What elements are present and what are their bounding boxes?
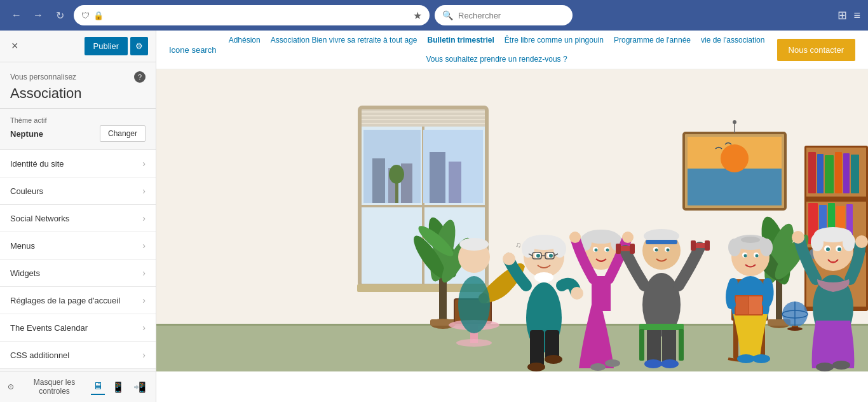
- svg-rect-24: [361, 120, 485, 123]
- desktop-view-button[interactable]: 🖥: [91, 378, 105, 395]
- back-button[interactable]: ←: [8, 6, 25, 24]
- svg-point-37: [389, 165, 404, 184]
- sidebar-item-label-reglages: Réglages de la page d'accueil: [10, 296, 120, 305]
- hero-illustration: ♪ ♫: [156, 69, 868, 371]
- svg-point-141: [661, 359, 679, 368]
- sidebar-menu: Identité du site › Couleurs › Social Net…: [0, 150, 156, 371]
- svg-point-167: [744, 254, 747, 258]
- svg-rect-56: [851, 155, 859, 193]
- svg-rect-31: [372, 158, 385, 203]
- help-icon[interactable]: ?: [134, 71, 146, 83]
- tablet-view-button[interactable]: 📱: [110, 378, 126, 395]
- browser-chrome: ← → ↻ 🛡 🔒 ★ 🔍 ⊞ ≡: [0, 0, 868, 31]
- publish-container: Publier ⚙: [85, 37, 148, 55]
- address-security-icons: 🛡 🔒: [81, 11, 104, 20]
- svg-point-114: [545, 355, 562, 364]
- svg-point-168: [756, 254, 759, 258]
- nav-link-bulletin[interactable]: Bulletin trimestriel: [428, 36, 494, 45]
- search-input[interactable]: [458, 11, 565, 20]
- svg-point-182: [855, 235, 868, 248]
- svg-point-159: [752, 354, 770, 363]
- svg-point-163: [760, 239, 773, 256]
- chevron-right-icon: ›: [142, 350, 146, 360]
- menu-button[interactable]: ≡: [853, 9, 860, 22]
- forward-button[interactable]: →: [29, 6, 47, 24]
- nav-link-programme[interactable]: Programme de l'année: [614, 36, 691, 45]
- sidebar-item-css[interactable]: CSS additionnel ›: [0, 342, 156, 369]
- refresh-button[interactable]: ↻: [51, 6, 69, 24]
- svg-rect-52: [817, 154, 824, 193]
- sidebar-item-social[interactable]: Social Networks ›: [0, 205, 156, 232]
- address-bar[interactable]: 🛡 🔒 ★: [74, 5, 430, 25]
- svg-rect-171: [749, 296, 762, 314]
- content-area: Icone search Adhésion Association Bien v…: [156, 31, 868, 402]
- sidebar-item-label-identite: Identité du site: [10, 159, 64, 169]
- svg-point-140: [644, 359, 662, 368]
- sidebar-item-widgets[interactable]: Widgets ›: [0, 260, 156, 287]
- extension-button[interactable]: ⊞: [837, 8, 847, 22]
- sidebar-top-bar: × Publier ⚙: [0, 31, 156, 62]
- close-button[interactable]: ×: [8, 38, 22, 54]
- theme-actif-label: Thème actif: [10, 116, 146, 124]
- sidebar-item-reglages[interactable]: Réglages de la page d'accueil ›: [0, 287, 156, 314]
- svg-point-185: [458, 276, 490, 333]
- svg-point-179: [826, 247, 830, 251]
- view-icons: 🖥 📱 📲: [91, 378, 148, 395]
- svg-point-180: [837, 247, 841, 251]
- nav-links: Adhésion Association Bien vivre sa retra…: [216, 36, 776, 64]
- nav-link-association[interactable]: Association Bien vivre sa retraite à tou…: [271, 36, 417, 45]
- sidebar-item-label-events: The Events Calendar: [10, 323, 88, 333]
- shield-icon: 🛡: [81, 11, 90, 20]
- svg-rect-49: [804, 197, 868, 202]
- svg-point-187: [459, 238, 489, 251]
- svg-point-184: [832, 361, 850, 370]
- svg-point-110: [534, 272, 553, 282]
- nav-link-adhesion[interactable]: Adhésion: [229, 36, 261, 45]
- svg-rect-170: [736, 296, 749, 314]
- svg-point-125: [606, 249, 609, 252]
- search-container[interactable]: 🔍: [435, 5, 573, 25]
- svg-point-181: [792, 231, 804, 244]
- publish-button[interactable]: Publier: [85, 37, 128, 55]
- theme-row: Neptune Changer: [10, 125, 146, 142]
- theme-section: Thème actif Neptune Changer: [0, 109, 156, 150]
- svg-point-116: [571, 287, 583, 300]
- svg-rect-34: [430, 152, 445, 203]
- nav-link-vie[interactable]: vie de l'association: [701, 36, 764, 45]
- svg-point-113: [527, 363, 545, 371]
- svg-rect-23: [361, 116, 485, 119]
- sidebar-item-identite[interactable]: Identité du site ›: [0, 150, 156, 177]
- vous-personnalisez-text: Vous personnalisez: [10, 73, 76, 81]
- svg-point-137: [667, 249, 670, 252]
- svg-rect-146: [691, 240, 696, 251]
- circle-icon: ⊙: [8, 382, 14, 391]
- mobile-view-button[interactable]: 📲: [132, 378, 148, 395]
- nav-link-libre[interactable]: Être libre comme un pingouin: [505, 36, 604, 45]
- sidebar-item-menus[interactable]: Menus ›: [0, 232, 156, 260]
- gear-button[interactable]: ⚙: [130, 37, 148, 55]
- svg-point-136: [655, 249, 658, 252]
- bookmark-button[interactable]: ★: [413, 10, 422, 22]
- sidebar-item-events[interactable]: The Events Calendar ›: [0, 314, 156, 342]
- svg-point-158: [737, 354, 755, 363]
- sidebar-item-couleurs[interactable]: Couleurs ›: [0, 177, 156, 205]
- masquer-button[interactable]: ⊙ Masquer les controles: [8, 378, 91, 396]
- svg-point-126: [569, 232, 581, 243]
- svg-rect-149: [639, 329, 644, 361]
- changer-button[interactable]: Changer: [100, 125, 146, 142]
- svg-rect-143: [616, 244, 621, 254]
- sidebar-item-label-css: CSS additionnel: [10, 350, 69, 360]
- svg-point-162: [728, 239, 741, 256]
- hero-area: ♪ ♫: [156, 69, 868, 371]
- chevron-right-icon: ›: [142, 186, 146, 196]
- vous-personnalisez-row: Vous personnalisez ?: [10, 71, 146, 83]
- search-icon: 🔍: [442, 10, 453, 20]
- search-area[interactable]: Icone search: [169, 45, 216, 55]
- contact-button[interactable]: Nous contacter: [777, 39, 855, 61]
- svg-rect-22: [361, 113, 485, 115]
- website-header: Icone search Adhésion Association Bien v…: [156, 31, 868, 69]
- sidebar-header: Vous personnalisez ? Association: [0, 62, 156, 109]
- nav-link-rdv[interactable]: Vous souhaitez prendre un rendez-vous ?: [426, 55, 567, 64]
- svg-point-43: [721, 144, 749, 172]
- svg-point-104: [549, 254, 553, 258]
